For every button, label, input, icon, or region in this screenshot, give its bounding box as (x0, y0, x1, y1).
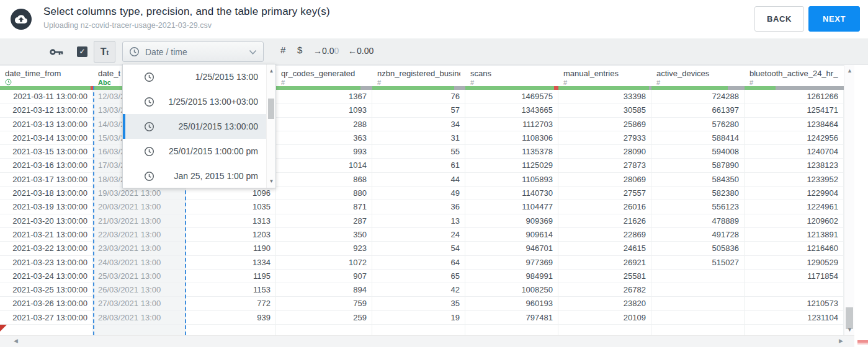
table-cell (651, 325, 744, 335)
table-cell: 26921 (558, 256, 651, 270)
table-cell: 2021-03-26 13:00:00 (0, 297, 92, 310)
table-cell: 2021-03-19 13:00:00 (0, 200, 92, 214)
table-cell: 28090 (558, 145, 651, 159)
table-cell (276, 325, 372, 335)
dropdown-scrollbar-thumb[interactable] (268, 99, 274, 119)
table-cell: 759 (276, 297, 372, 310)
column-header[interactable]: nzbn_registered_busine# (372, 66, 465, 86)
table-cell: 1242956 (745, 131, 843, 145)
table-cell (372, 325, 465, 335)
scroll-down-icon[interactable]: ▼ (844, 327, 855, 333)
currency-type-button[interactable]: $ (297, 45, 302, 55)
scroll-left-icon[interactable]: ◀ (14, 338, 18, 344)
table-cell: 20/03/2021 13:00 (93, 200, 186, 214)
quality-segment (745, 86, 776, 90)
column-cells: 7657343155614449361324546465423519 (372, 90, 465, 335)
quality-segment (372, 86, 454, 90)
table-cell: 27557 (558, 187, 651, 200)
import-wizard-screen: Select columns type, precision, and the … (0, 0, 868, 347)
table-cell: 76 (372, 90, 465, 103)
column-name: nzbn_registered_busine (377, 69, 460, 78)
column-header[interactable]: manual_entries# (558, 66, 651, 86)
column-header[interactable]: qr_codes_generated# (276, 66, 372, 86)
table-cell: 2021-03-14 13:00:00 (0, 131, 92, 145)
table-cell: 1224961 (745, 200, 843, 214)
table-cell: 2021-03-25 13:00:00 (0, 283, 92, 297)
table-cell: 984991 (465, 270, 558, 283)
table-cell: 491728 (651, 228, 744, 242)
precision-increase-button[interactable]: ←0.00 (348, 46, 374, 56)
table-cell: 33398 (558, 90, 651, 103)
table-cell: 363 (276, 131, 372, 145)
precision-decrease-button[interactable]: →0.00 (313, 46, 339, 56)
table-cell: 1229904 (745, 187, 843, 200)
dropdown-option[interactable]: Jan 25, 2015 1:00 pm (123, 164, 275, 188)
table-cell: 1140730 (465, 187, 558, 200)
table-cell (651, 283, 744, 297)
table-cell: 44 (372, 173, 465, 187)
column-header[interactable]: active_devices# (651, 66, 745, 86)
column-cells: 1261266125417112384641242956124070412381… (745, 90, 844, 335)
quality-segment (554, 86, 559, 90)
numeric-type-button[interactable]: # (280, 45, 285, 55)
scroll-right-icon[interactable]: ▶ (839, 338, 843, 344)
back-button[interactable]: BACK (754, 6, 804, 32)
vertical-scrollbar[interactable]: ▲ ▼ (844, 65, 854, 335)
table-cell: 939 (186, 311, 275, 325)
table-cell: 871 (276, 200, 372, 214)
page-header: Select columns type, precision, and the … (0, 0, 868, 38)
table-cell: 2021-03-27 13:00:00 (0, 311, 92, 325)
text-type-button[interactable]: Tt (94, 41, 115, 63)
table-cell: 576280 (651, 118, 744, 131)
table-cell: 23820 (558, 297, 651, 310)
vertical-scrollbar-thumb[interactable] (846, 307, 853, 329)
table-cell: 1135378 (465, 145, 558, 159)
table-cell: 907 (276, 270, 372, 283)
column-name: active_devices (656, 69, 740, 78)
table-cell: 2021-03-13 13:00:00 (0, 118, 92, 131)
column-type-select[interactable]: Date / time (122, 42, 264, 62)
table-cell: 21/03/2021 13:00 (93, 214, 186, 228)
next-button[interactable]: NEXT (808, 6, 860, 32)
dropdown-scrollbar[interactable]: ▲ ▼ (266, 64, 275, 188)
table-cell: 64 (372, 256, 465, 270)
dropdown-option-label: 25/01/2015 13:00:00 (154, 121, 258, 131)
table-cell: 26/03/2021 13:00 (93, 283, 186, 297)
dropdown-scroll-down-icon[interactable]: ▼ (267, 178, 276, 184)
column-header[interactable]: scans# (465, 66, 558, 86)
dropdown-scroll-up-icon[interactable]: ▲ (267, 68, 276, 74)
table-cell: 21626 (558, 214, 651, 228)
table-cell (0, 325, 92, 335)
page-title: Select columns type, precision, and the … (43, 6, 330, 18)
primary-key-icon[interactable] (50, 48, 63, 59)
table-cell: 1209602 (745, 214, 843, 228)
column-header[interactable]: bluetooth_active_24_hr_# (745, 66, 844, 86)
table-cell: 57 (372, 103, 465, 117)
include-column-checkbox[interactable]: ✓ (77, 46, 87, 57)
table-cell: 1210573 (745, 297, 843, 310)
dropdown-option[interactable]: 1/25/2015 13:00+03:00 (123, 89, 275, 114)
table-cell: 2021-03-15 13:00:00 (0, 145, 92, 159)
text-type-label: Tt (94, 42, 115, 63)
dropdown-option[interactable]: 25/01/2015 1:00:00 pm (123, 139, 275, 164)
table-cell: 1254171 (745, 103, 843, 117)
table-cell: 1238464 (745, 118, 843, 131)
scroll-up-icon[interactable]: ▲ (844, 68, 855, 74)
column-name: bluetooth_active_24_hr_ (749, 69, 839, 78)
table-column: date_time_from2021-03-11 13:00:002021-03… (0, 66, 93, 335)
table-cell: 24615 (558, 242, 651, 255)
column-cells: 2021-03-11 13:00:002021-03-12 13:00:0020… (0, 90, 93, 335)
table-cell: 909369 (465, 214, 558, 228)
table-cell: 1072 (276, 256, 372, 270)
dropdown-option[interactable]: 25/01/2015 13:00:00 (123, 114, 275, 139)
table-column: scans#1469575134366511127031108306113537… (465, 66, 558, 335)
table-cell: 288 (276, 118, 372, 131)
table-cell: 23/03/2021 13:00 (93, 242, 186, 255)
table-cell: 946701 (465, 242, 558, 255)
horizontal-scrollbar[interactable]: ◀ ▶ (0, 335, 854, 347)
column-header[interactable]: date_time_from (0, 66, 93, 86)
dropdown-option[interactable]: 1/25/2015 13:00 (123, 64, 275, 89)
table-cell: 27/03/2021 13:00 (93, 297, 186, 310)
table-cell: 1231104 (745, 311, 843, 325)
table-cell: 1233952 (745, 173, 843, 187)
